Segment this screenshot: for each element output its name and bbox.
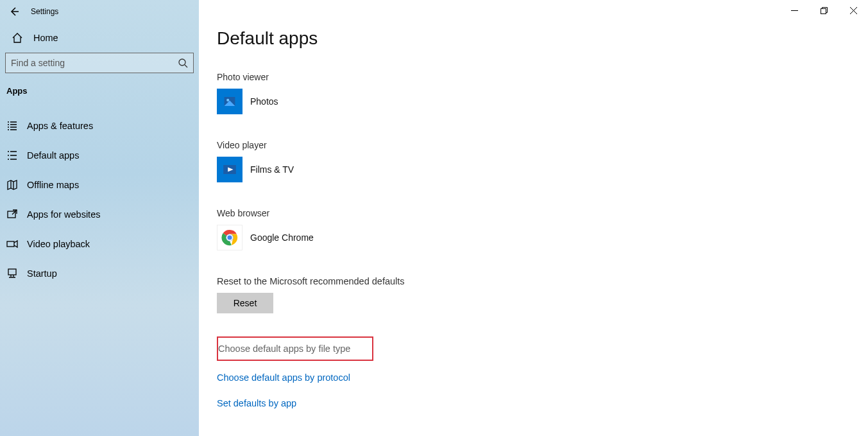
open-external-icon: [5, 209, 19, 220]
sidebar-item-label: Apps for websites: [27, 209, 100, 220]
app-name: Google Chrome: [250, 232, 314, 243]
home-icon: [12, 32, 23, 44]
search-box[interactable]: [5, 53, 194, 73]
minimize-button[interactable]: [779, 0, 809, 21]
maximize-icon: [821, 7, 828, 14]
svg-rect-4: [821, 8, 826, 13]
web-browser-app[interactable]: Google Chrome: [217, 225, 868, 250]
close-icon: [850, 7, 857, 14]
sidebar-item-startup[interactable]: Startup: [0, 259, 199, 288]
sidebar: Settings Home Apps Apps & features Defau…: [0, 0, 199, 436]
map-icon: [5, 179, 19, 191]
sidebar-item-label: Startup: [27, 268, 57, 279]
sidebar-item-apps-for-websites[interactable]: Apps for websites: [0, 200, 199, 229]
search-wrap: [0, 53, 199, 80]
app-name: Films & TV: [250, 164, 294, 175]
list-icon: [5, 120, 19, 132]
content: Default apps Photo viewer Photos Video p…: [199, 21, 868, 436]
photos-icon: [217, 89, 243, 114]
nav-list: Apps & features Default apps Offline map…: [0, 111, 199, 288]
sidebar-item-default-apps[interactable]: Default apps: [0, 141, 199, 170]
app-name: Photos: [250, 96, 278, 107]
sidebar-item-label: Offline maps: [27, 180, 79, 190]
page-title: Default apps: [217, 28, 868, 49]
link-set-defaults-by-app[interactable]: Set defaults by app: [217, 390, 868, 416]
minimize-icon: [791, 7, 798, 14]
home-label: Home: [33, 33, 58, 43]
photo-viewer-label: Photo viewer: [217, 72, 868, 82]
link-text: Choose default apps by protocol: [217, 372, 350, 383]
sidebar-item-apps-features[interactable]: Apps & features: [0, 111, 199, 141]
back-arrow-icon: [9, 6, 19, 17]
search-icon: [178, 58, 188, 68]
nav-group-header: Apps: [0, 80, 199, 100]
startup-icon: [5, 268, 19, 279]
window-title: Settings: [31, 7, 58, 16]
defaults-icon: [5, 150, 19, 161]
svg-point-6: [226, 99, 229, 101]
web-browser-label: Web browser: [217, 208, 868, 218]
reset-button[interactable]: Reset: [217, 293, 273, 313]
svg-point-0: [179, 59, 185, 65]
films-tv-icon: [217, 157, 243, 182]
chrome-icon: [217, 225, 243, 250]
reset-label: Reset to the Microsoft recommended defau…: [217, 276, 868, 286]
sidebar-item-label: Default apps: [27, 150, 79, 161]
sidebar-item-offline-maps[interactable]: Offline maps: [0, 170, 199, 200]
back-button[interactable]: [0, 0, 28, 23]
sidebar-item-label: Apps & features: [27, 121, 93, 131]
sidebar-item-video-playback[interactable]: Video playback: [0, 229, 199, 259]
video-player-app[interactable]: Films & TV: [217, 157, 868, 182]
sidebar-item-label: Video playback: [27, 239, 90, 249]
home-button[interactable]: Home: [0, 23, 199, 53]
svg-rect-2: [7, 241, 14, 247]
main: Default apps Photo viewer Photos Video p…: [199, 0, 868, 436]
video-player-label: Video player: [217, 140, 868, 150]
window-controls: [199, 0, 868, 21]
svg-point-11: [227, 235, 233, 241]
video-icon: [5, 238, 19, 250]
link-choose-by-protocol[interactable]: Choose default apps by protocol: [217, 365, 868, 390]
search-input[interactable]: [11, 58, 178, 68]
maximize-button[interactable]: [809, 0, 838, 21]
close-button[interactable]: [838, 0, 868, 21]
link-text: Set defaults by app: [217, 398, 296, 408]
link-text: Choose default apps by file type: [218, 344, 350, 354]
link-choose-by-file-type[interactable]: Choose default apps by file type: [217, 336, 373, 361]
photo-viewer-app[interactable]: Photos: [217, 89, 868, 114]
titlebar: Settings: [0, 0, 199, 23]
svg-rect-3: [8, 269, 16, 275]
